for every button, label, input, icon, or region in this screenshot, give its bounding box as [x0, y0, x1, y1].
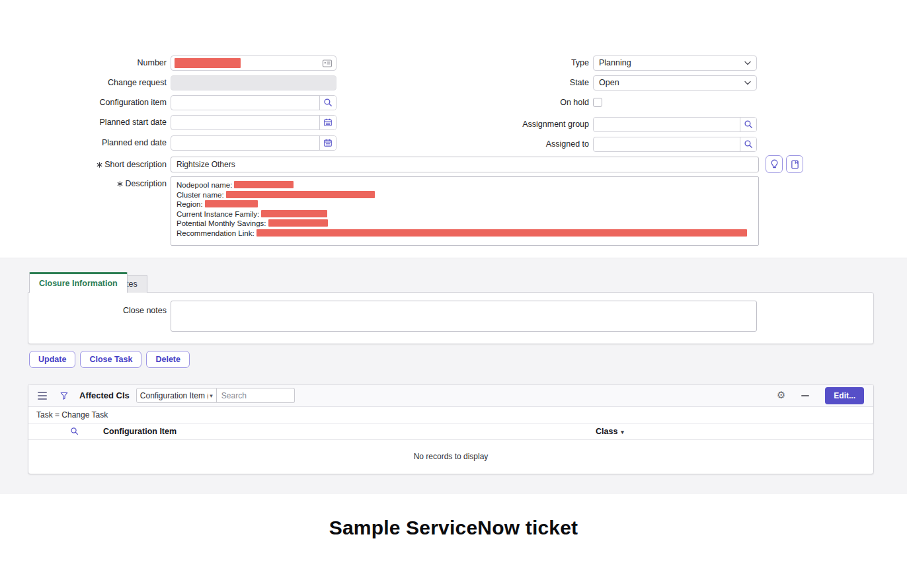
- description-textarea[interactable]: Nodepool name: Cluster name: Region: Cur…: [171, 176, 759, 246]
- knowledge-search-button[interactable]: [786, 155, 803, 173]
- column-search-icon[interactable]: [70, 427, 79, 435]
- affected-cis-title: Affected CIs: [79, 390, 130, 400]
- close-notes-textarea[interactable]: [171, 301, 757, 332]
- redaction-bar: [205, 200, 258, 207]
- configuration-item-label: Configuration item: [26, 98, 171, 107]
- number-field[interactable]: [171, 55, 336, 71]
- assignment-group-lookup-button[interactable]: [740, 118, 756, 131]
- description-label-wrap: Description: [26, 176, 171, 246]
- planned-start-date-row: Planned start date: [26, 114, 336, 130]
- number-row: Number: [26, 55, 336, 71]
- empty-list-message: No records to display: [28, 440, 873, 473]
- description-line: Cluster name:: [177, 190, 753, 200]
- minimize-icon[interactable]: [801, 395, 809, 396]
- configuration-item-lookup-button[interactable]: [319, 96, 336, 110]
- planned-end-date-input[interactable]: [171, 136, 319, 150]
- assignment-group-label: Assignment group: [449, 120, 593, 129]
- affected-cis-header: Affected CIs Configuration Item ( ▾ ⚙ Ed…: [28, 385, 873, 407]
- assigned-to-field: [593, 137, 757, 152]
- type-label: Type: [449, 58, 593, 67]
- calendar-icon: [323, 138, 333, 147]
- redaction-bar: [256, 229, 747, 237]
- search-column-select[interactable]: Configuration Item ( ▾: [136, 388, 217, 403]
- tab-closure-information-label: Closure Information: [39, 279, 118, 288]
- gear-icon[interactable]: ⚙: [777, 390, 785, 400]
- close-notes-row: Close notes: [26, 301, 757, 332]
- planned-end-date-field: [171, 135, 336, 151]
- description-line-label: Potential Monthly Savings:: [177, 219, 266, 227]
- calendar-icon: [323, 118, 333, 127]
- short-description-input[interactable]: [171, 157, 759, 172]
- type-row: Type Planning: [449, 55, 757, 71]
- short-description-row: Short description: [26, 155, 803, 173]
- short-description-actions: [766, 155, 803, 173]
- description-line: Region:: [177, 200, 753, 209]
- on-hold-checkbox[interactable]: [593, 98, 602, 107]
- description-line: Potential Monthly Savings:: [177, 219, 753, 229]
- suggestion-button[interactable]: [766, 155, 783, 173]
- number-label: Number: [26, 58, 171, 67]
- page-caption: Sample ServiceNow ticket: [0, 517, 907, 539]
- filter-icon[interactable]: [59, 391, 69, 400]
- number-redaction: [175, 58, 241, 68]
- assigned-to-lookup-button[interactable]: [740, 137, 756, 151]
- planned-end-date-row: Planned end date: [26, 135, 336, 151]
- column-header-class[interactable]: Class▾: [596, 427, 624, 436]
- mandatory-icon: [97, 162, 102, 168]
- state-label: State: [449, 78, 593, 87]
- search-icon: [744, 120, 753, 129]
- assigned-to-input[interactable]: [594, 137, 740, 151]
- state-value: Open: [599, 78, 744, 87]
- update-button[interactable]: Update: [29, 351, 75, 368]
- description-line-label: Cluster name:: [177, 191, 224, 199]
- description-line-label: Recommendation Link:: [177, 229, 255, 237]
- chevron-down-icon: [744, 81, 751, 85]
- planned-start-date-field: [171, 115, 336, 130]
- delete-button[interactable]: Delete: [146, 351, 190, 368]
- planned-start-date-label: Planned start date: [26, 118, 171, 127]
- lightbulb-icon: [770, 159, 779, 169]
- description-label: Description: [125, 179, 167, 188]
- description-row: Description Nodepool name: Cluster name:…: [26, 176, 759, 246]
- list-menu-icon[interactable]: [38, 392, 47, 400]
- type-select[interactable]: Planning: [593, 55, 757, 71]
- configuration-item-input[interactable]: [171, 96, 319, 110]
- redaction-bar: [268, 219, 328, 227]
- list-column-header-row: Configuration Item Class▾: [28, 423, 873, 440]
- sort-caret-icon: ▾: [621, 429, 624, 435]
- assignment-group-row: Assignment group: [449, 116, 757, 132]
- close-notes-label: Close notes: [26, 301, 171, 332]
- type-value: Planning: [599, 58, 744, 67]
- assignment-group-input[interactable]: [594, 118, 740, 131]
- close-task-button[interactable]: Close Task: [80, 351, 141, 368]
- configuration-item-row: Configuration item: [26, 94, 336, 110]
- list-filter-breadcrumb[interactable]: Task = Change Task: [28, 407, 873, 423]
- description-line: Recommendation Link:: [177, 229, 753, 239]
- search-icon: [323, 98, 333, 107]
- edit-button[interactable]: Edit...: [825, 387, 864, 404]
- chevron-down-icon: [744, 61, 751, 65]
- planned-start-date-calendar-button[interactable]: [319, 116, 336, 129]
- state-row: State Open: [449, 75, 757, 91]
- configuration-item-field: [171, 95, 336, 110]
- state-select[interactable]: Open: [593, 75, 757, 91]
- affected-cis-panel: Affected CIs Configuration Item ( ▾ ⚙ Ed…: [28, 384, 874, 474]
- description-line-label: Current Instance Family:: [177, 210, 259, 218]
- search-icon: [744, 139, 753, 149]
- preview-record-icon[interactable]: [322, 58, 333, 69]
- planned-end-date-calendar-button[interactable]: [319, 136, 336, 150]
- form-action-buttons: Update Close Task Delete: [29, 351, 190, 368]
- redaction-bar: [261, 210, 327, 217]
- chevron-down-icon: ▾: [210, 392, 213, 399]
- change-request-field: [171, 75, 336, 91]
- planned-start-date-input[interactable]: [171, 116, 319, 129]
- mandatory-icon: [117, 181, 123, 187]
- search-column-value: Configuration Item (: [140, 391, 208, 400]
- description-line: Current Instance Family:: [177, 209, 753, 219]
- on-hold-label: On hold: [449, 98, 593, 107]
- list-filter-text: Task = Change Task: [36, 410, 108, 420]
- affected-cis-search-input[interactable]: [217, 388, 295, 403]
- column-header-configuration-item[interactable]: Configuration Item: [103, 427, 177, 436]
- knowledge-book-icon: [791, 160, 799, 169]
- tab-closure-information[interactable]: Closure Information: [29, 272, 128, 293]
